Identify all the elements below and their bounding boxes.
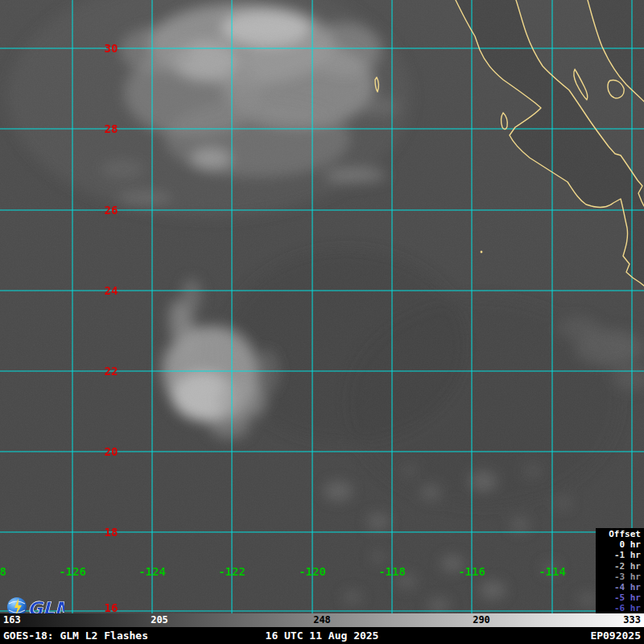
longitude-label: -122	[218, 565, 246, 578]
storm-id: EP092025	[590, 630, 641, 642]
offset-legend-entry: -5 hr	[596, 592, 641, 603]
colorbar-tick: 248	[313, 614, 331, 625]
island-rocas-alijos	[481, 251, 483, 254]
colorbar-tick: 333	[623, 614, 641, 625]
product-label: GOES-18: GLM L2 Flashes	[3, 630, 148, 642]
offset-legend-entry: 0 hr	[596, 539, 641, 550]
latitude-label: 24	[105, 284, 118, 297]
status-bar: GOES-18: GLM L2 Flashes 16 UTC 11 Aug 20…	[0, 627, 644, 644]
latitude-label: 30	[105, 42, 118, 55]
offset-legend-entry: -1 hr	[596, 550, 641, 560]
offset-legend-title: Offset	[596, 529, 641, 539]
longitude-label: -114	[539, 565, 566, 578]
offset-legend-entry: -6 hr	[596, 603, 641, 613]
timestamp: 16 UTC 11 Aug 2025	[266, 630, 379, 642]
offset-legend-entry: -3 hr	[596, 572, 641, 582]
latitude-label: 18	[105, 526, 118, 539]
longitude-label: -116	[458, 565, 485, 578]
satellite-imagery: 30 28 26 24 22 20 18 16 -128 -126 -124 -…	[0, 0, 644, 644]
longitude-label: -124	[138, 565, 166, 578]
offset-legend-entry: -4 hr	[596, 582, 641, 592]
latitude-label: 20	[105, 445, 118, 458]
longitude-label: -128	[0, 565, 6, 578]
longitude-label: -126	[59, 565, 86, 578]
latitude-label: 22	[105, 365, 118, 378]
colorbar-tick: 163	[3, 614, 21, 625]
offset-legend-entry: -2 hr	[596, 561, 641, 572]
colorbar-tick: 205	[151, 614, 168, 625]
latitude-label: 26	[105, 204, 118, 217]
latitude-label: 28	[105, 122, 118, 135]
colorbar-tick: 290	[473, 614, 490, 625]
offset-legend: Offset 0 hr -1 hr -2 hr -3 hr -4 hr -5 h…	[596, 528, 644, 613]
latitude-label: 16	[105, 601, 118, 614]
image-noise	[0, 0, 644, 613]
colorbar: 163 205 248 290 333	[0, 613, 644, 627]
longitude-label: -118	[378, 565, 406, 578]
longitude-label: -120	[299, 565, 326, 578]
satellite-viewer: 30 28 26 24 22 20 18 16 -128 -126 -124 -…	[0, 0, 644, 644]
